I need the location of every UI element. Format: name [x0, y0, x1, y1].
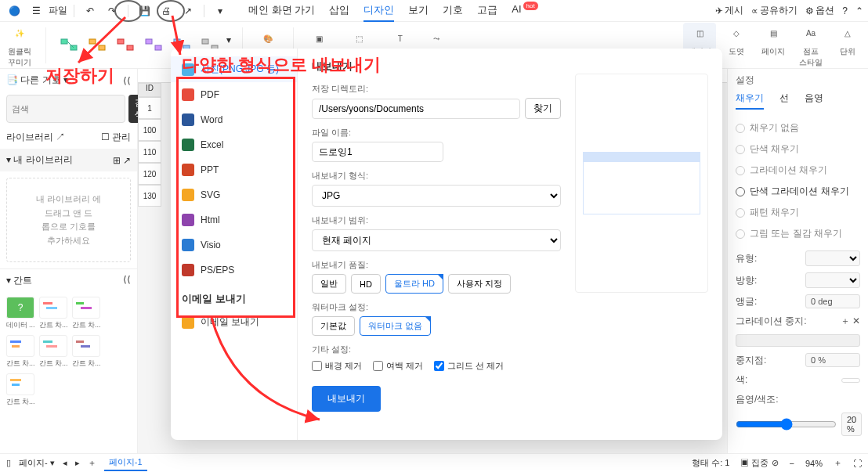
quality-custom[interactable]: 사용자 지정 [448, 274, 511, 294]
print-icon[interactable]: 🖨 [157, 2, 175, 20]
caret-icon[interactable]: ▾ [211, 2, 230, 20]
watermark-default[interactable]: 기본값 [312, 316, 355, 336]
gantt-collapse-icon[interactable]: ⟨⟨ [123, 274, 131, 287]
fill-gradient[interactable]: 그라데이션 채우기 [736, 160, 860, 181]
format-visio[interactable]: Visio [171, 232, 297, 258]
my-library-toggle[interactable]: ▾ 내 라이브러리 [6, 153, 73, 167]
zoom-in-icon[interactable]: ＋ [834, 457, 842, 469]
theme-sample-1[interactable] [57, 34, 82, 56]
fill-none[interactable]: 채우기 없음 [736, 117, 860, 139]
row-header[interactable]: 110 [138, 141, 161, 163]
tab-view[interactable]: 보기 [408, 0, 429, 22]
find-button[interactable]: 찾기 [525, 98, 561, 119]
gantt-thumb-1[interactable]: 간트 차... [39, 297, 67, 330]
jump-style[interactable]: Aa점프 스타일 [794, 23, 827, 68]
tab-fill[interactable]: 채우기 [736, 92, 764, 110]
quality-hd[interactable]: HD [351, 274, 381, 294]
zoom-level[interactable]: 94% [805, 459, 823, 468]
collapse-left-icon[interactable]: ⟨⟨ [123, 75, 131, 86]
gantt-toggle[interactable]: ▾ 간트 [6, 274, 32, 287]
format-ppt[interactable]: PPT [171, 157, 297, 182]
tab-advanced[interactable]: 고급 [477, 0, 497, 22]
row-header[interactable]: 130 [138, 185, 161, 207]
publish-button[interactable]: ✈ 게시 [715, 4, 743, 17]
share-button[interactable]: ∝ 공유하기 [751, 4, 797, 17]
format-svg[interactable]: SVG [171, 182, 297, 207]
page-button[interactable]: ▤페이지 [757, 23, 790, 68]
gantt-thumb-4[interactable]: 간트 차... [39, 335, 67, 369]
page-dropdown[interactable]: 페이지- ▾ [19, 457, 55, 469]
redo-icon[interactable]: ↷ [103, 2, 121, 20]
page-prev-icon[interactable]: ◂ [63, 458, 67, 468]
tab-design[interactable]: 디자인 [363, 0, 394, 22]
export-icon[interactable]: ↗ [179, 2, 197, 20]
format-word[interactable]: Word [171, 107, 297, 132]
midpoint-value[interactable]: 0 % [805, 353, 860, 367]
fill-pattern[interactable]: 패턴 채우기 [736, 202, 860, 223]
watermark-none[interactable]: 워터마크 없음 [360, 316, 431, 336]
email-send-item[interactable]: 이메일 보내기 [171, 309, 297, 335]
shape-button[interactable]: ◇도엿 [721, 23, 752, 68]
remove-grid-check[interactable]: 그리드 선 제거 [434, 360, 504, 372]
symbol-dropdown[interactable]: 📑 다른 기호 ▾ [6, 74, 68, 87]
unit-button[interactable]: △단위 [832, 23, 863, 68]
gantt-thumb-5[interactable]: 간트 차... [72, 335, 100, 369]
brightness-slider[interactable] [736, 418, 837, 431]
remove-margin-check[interactable]: 여백 제거 [373, 360, 423, 372]
undo-icon[interactable]: ↶ [81, 2, 99, 20]
save-dir-input[interactable] [312, 99, 520, 119]
row-header[interactable]: 1 [138, 97, 161, 119]
range-select[interactable]: 현재 페이지 [312, 229, 561, 251]
gantt-thumb-2[interactable]: 간트 차... [72, 297, 100, 330]
my-library-add-icon[interactable]: ⊞ ↗ [113, 155, 131, 166]
file-menu[interactable]: 파일 [49, 4, 67, 17]
tab-shadow[interactable]: 음영 [805, 92, 823, 110]
theme-sample-4[interactable] [142, 34, 167, 56]
quality-ultra[interactable]: 울트라 HD [385, 274, 443, 294]
quality-normal[interactable]: 일반 [312, 274, 346, 294]
format-pdf[interactable]: PDF [171, 82, 297, 107]
theme-sample-3[interactable] [114, 34, 139, 56]
page-next-icon[interactable]: ▸ [75, 458, 80, 468]
manage-link[interactable]: ☐ 관리 [101, 131, 131, 144]
fill-texture[interactable]: 그림 또는 질감 채우기 [736, 223, 860, 244]
zoom-out-icon[interactable]: − [790, 459, 794, 468]
gantt-thumb-3[interactable]: 간트 차... [6, 335, 34, 369]
dir-select[interactable] [805, 272, 860, 288]
gantt-thumb-6[interactable]: 간트 차... [6, 373, 34, 407]
fill-solid[interactable]: 단색 채우기 [736, 139, 860, 160]
format-select[interactable]: JPG [312, 185, 561, 207]
menu-icon[interactable]: ☰ [27, 2, 45, 20]
tab-symbol[interactable]: 기호 [443, 0, 463, 22]
page-layout-icon[interactable]: ▯ [6, 458, 11, 468]
angle-value[interactable]: 0 deg [805, 294, 860, 308]
focus-toggle[interactable]: ▣ 집중 ⊘ [740, 457, 778, 469]
brightness-value[interactable]: 20 % [841, 413, 862, 436]
options-button[interactable]: ⚙ 옵션 [805, 4, 834, 17]
tab-ai[interactable]: AIhot [512, 0, 537, 22]
format-image[interactable]: 사진(PNG,JPG 등) [171, 56, 297, 82]
export-button[interactable]: 내보내기 [312, 386, 381, 412]
help-icon[interactable]: ? [842, 5, 848, 16]
color-swatch[interactable] [841, 378, 860, 383]
oneclick-decorate[interactable]: ✨ 원클릭 꾸미기 [5, 23, 34, 68]
tab-home[interactable]: 메인 화면 가기 [248, 0, 315, 22]
row-header[interactable]: 100 [138, 119, 161, 141]
app-menu-icon[interactable]: 🔵 [5, 2, 24, 20]
save-icon[interactable]: 💾 [135, 2, 154, 20]
library-label[interactable]: 라이브러리 ↗ [6, 131, 65, 144]
type-select[interactable] [805, 250, 860, 266]
format-excel[interactable]: Excel [171, 132, 297, 157]
gradstop-add-icon[interactable]: ＋ ✕ [841, 315, 860, 328]
gantt-thumb-0[interactable]: ?데이터 ... [6, 297, 34, 330]
fill-solid-gradient[interactable]: 단색 그라데이션 채우기 [736, 181, 860, 202]
remove-bg-check[interactable]: 배경 제거 [312, 360, 362, 372]
collapse-icon[interactable]: ⌃ [855, 5, 863, 16]
format-html[interactable]: Html [171, 207, 297, 232]
theme-sample-2[interactable] [85, 34, 110, 56]
tab-line[interactable]: 선 [779, 92, 789, 110]
page-add-icon[interactable]: ＋ [88, 457, 96, 469]
file-name-input[interactable] [312, 142, 443, 162]
tab-insert[interactable]: 삽입 [329, 0, 349, 22]
fullscreen-icon[interactable]: ⛶ [853, 459, 862, 468]
